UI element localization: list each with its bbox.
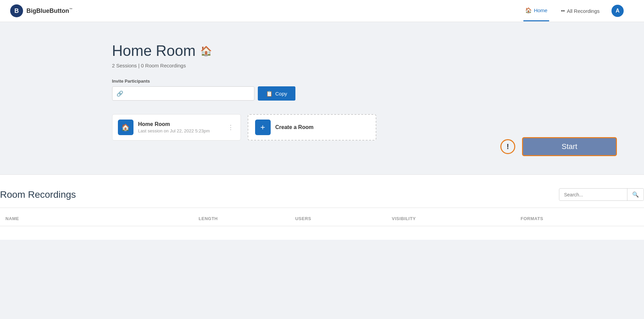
recordings-divider bbox=[0, 208, 644, 208]
nav-home[interactable]: 🏠 Home bbox=[523, 0, 549, 21]
nav-area: 🏠 Home ▪▪ All Recordings A bbox=[523, 0, 634, 21]
create-room-label: Create a Room bbox=[275, 124, 314, 130]
start-button[interactable]: Start bbox=[522, 137, 617, 156]
link-icon: 🔗 bbox=[117, 90, 123, 97]
invite-section: Invite Participants 🔗 📋 Copy bbox=[112, 79, 532, 101]
col-header-name: NAME bbox=[0, 211, 193, 226]
room-title-row: Home Room 🏠 bbox=[112, 42, 532, 59]
col-header-formats: FORMATS bbox=[515, 211, 644, 226]
home-room-card-name: Home Room bbox=[138, 121, 222, 127]
user-avatar[interactable]: A bbox=[611, 5, 624, 17]
home-room-card-icon: 🏠 bbox=[118, 120, 133, 135]
nav-recordings[interactable]: ▪▪ All Recordings bbox=[559, 1, 601, 21]
recordings-title: Room Recordings bbox=[0, 189, 76, 200]
recordings-table: NAME LENGTH USERS VISIBILITY FORMATS bbox=[0, 211, 644, 226]
invite-link-input[interactable] bbox=[126, 91, 250, 96]
col-header-users: USERS bbox=[290, 211, 386, 226]
home-room-card-info: Home Room Last session on Jul 22, 2022 5… bbox=[138, 121, 222, 133]
home-nav-icon: 🏠 bbox=[525, 7, 532, 14]
main-content: Home Room 🏠 2 Sessions | 0 Room Recordin… bbox=[85, 22, 559, 174]
search-icon: 🔍 bbox=[632, 192, 639, 197]
room-home-icon: 🏠 bbox=[200, 45, 212, 57]
header: B BigBlueButton™ 🏠 Home ▪▪ All Recording… bbox=[0, 0, 644, 22]
logo-icon: B bbox=[10, 4, 23, 17]
col-header-visibility: VISIBILITY bbox=[387, 211, 515, 226]
rooms-row: 🏠 Home Room Last session on Jul 22, 2022… bbox=[112, 114, 532, 141]
search-input[interactable] bbox=[559, 189, 627, 200]
table-header: NAME LENGTH USERS VISIBILITY FORMATS bbox=[0, 211, 644, 226]
recordings-header: Room Recordings 🔍 bbox=[0, 188, 644, 201]
search-box: 🔍 bbox=[559, 188, 644, 201]
warning-icon: ! bbox=[500, 139, 515, 154]
create-room-card[interactable]: + Create a Room bbox=[248, 114, 376, 141]
home-room-card-meta: Last session on Jul 22, 2022 5:23pm bbox=[138, 128, 222, 133]
invite-label: Invite Participants bbox=[112, 79, 532, 84]
room-meta: 2 Sessions | 0 Room Recordings bbox=[112, 63, 532, 68]
copy-button[interactable]: 📋 Copy bbox=[258, 86, 295, 101]
room-title: Home Room bbox=[112, 42, 196, 59]
room-card-menu-icon[interactable]: ⋮ bbox=[226, 122, 235, 132]
table-header-row: NAME LENGTH USERS VISIBILITY FORMATS bbox=[0, 211, 644, 226]
room-actions-right: ! Start bbox=[500, 137, 617, 156]
search-button[interactable]: 🔍 bbox=[627, 189, 644, 200]
invite-input-wrapper: 🔗 bbox=[112, 86, 254, 101]
recordings-section: Room Recordings 🔍 NAME LENGTH USERS VISI… bbox=[0, 174, 644, 240]
recordings-nav-icon: ▪▪ bbox=[561, 8, 565, 14]
copy-icon: 📋 bbox=[266, 90, 273, 97]
create-room-plus-icon: + bbox=[255, 120, 271, 135]
logo-text: BigBlueButton™ bbox=[26, 7, 72, 15]
home-room-card[interactable]: 🏠 Home Room Last session on Jul 22, 2022… bbox=[112, 114, 241, 141]
invite-row: 🔗 📋 Copy bbox=[112, 86, 532, 101]
logo-area: B BigBlueButton™ bbox=[10, 4, 72, 17]
col-header-length: LENGTH bbox=[193, 211, 290, 226]
